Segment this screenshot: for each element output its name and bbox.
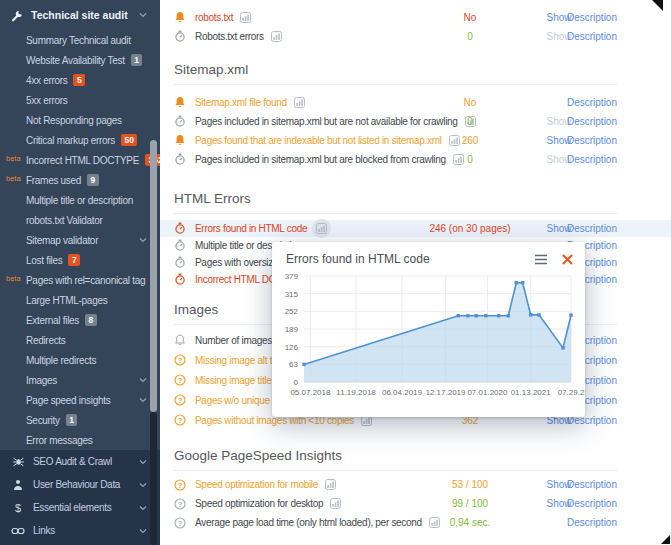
svg-text:?: ? (178, 356, 183, 365)
menu-icon[interactable] (534, 254, 548, 265)
description-link[interactable]: Description (567, 31, 617, 42)
audit-row-label: Average page load time (only html loaded… (195, 517, 422, 528)
audit-row-label: robots.txt (195, 12, 233, 23)
sidebar-item[interactable]: robots.txt Validator (0, 210, 160, 230)
x-tick-label: 07.01.2020 (467, 388, 507, 397)
sidebar-item-label: External files (26, 315, 79, 326)
audit-row-value: 0 (400, 31, 540, 42)
x-tick-label: 05.07.2018 (290, 388, 330, 397)
sidebar-item[interactable]: Lost files7 (0, 250, 160, 270)
description-link[interactable]: Description (567, 517, 617, 528)
timer-icon (174, 115, 187, 128)
count-badge: 8 (85, 314, 97, 326)
sidebar-item-label: Page speed insights (26, 395, 110, 406)
sidebar-item[interactable]: External files8 (0, 310, 160, 330)
count-badge: 9 (87, 174, 99, 186)
beta-badge: beta (6, 174, 21, 183)
x-tick-label: 07.29.2 (558, 388, 585, 397)
sidebar-item[interactable]: 4xx errors5 (0, 70, 160, 90)
svg-text:?: ? (178, 376, 183, 385)
audit-row: Pages included in sitemap.xml but are no… (160, 112, 671, 131)
sidebar-item[interactable]: Sitemap validator (0, 230, 160, 250)
sidebar-item[interactable]: Multiple redirects (0, 350, 160, 370)
section-heading: Google PageSpeed Insights (174, 448, 617, 471)
chart-icon[interactable] (271, 31, 282, 42)
chart-x-axis: 05.07.201811.19.201806.04.201912.17.2019… (304, 386, 571, 400)
chart-icon[interactable] (240, 12, 251, 23)
sidebar-item[interactable]: betaFrames used9 (0, 170, 160, 190)
svg-text:?: ? (178, 480, 183, 489)
y-tick-label: 0 (294, 378, 298, 387)
audit-row-value: 246 (on 30 pages) (400, 223, 540, 234)
description-link[interactable]: Description (567, 498, 617, 509)
audit-row: ?Speed optimization for desktop99 / 100S… (160, 494, 671, 513)
audit-row-value: No (400, 97, 540, 108)
sidebar-group-label: Links (33, 525, 55, 536)
close-icon[interactable] (562, 254, 573, 265)
sidebar-header[interactable]: Technical site audit (0, 0, 160, 30)
description-link[interactable]: Description (567, 479, 617, 490)
sidebar-item-label: Error messages (26, 435, 92, 446)
chevron-down-icon (139, 505, 147, 510)
audit-row-label: Sitemap.xml file found (195, 97, 287, 108)
audit-row: Errors found in HTML code246 (on 30 page… (160, 220, 671, 237)
popup-title: Errors found in HTML code (286, 252, 534, 266)
audit-row-value: 0,94 sec. (400, 517, 540, 528)
sidebar-item[interactable]: Website Availability Test1 (0, 50, 160, 70)
sidebar-item-label: Summary Technical audit (26, 35, 131, 46)
sidebar-item-label: Not Responding pages (26, 115, 122, 126)
beta-badge: beta (6, 274, 21, 283)
sidebar-group-label: User Behaviour Data (33, 479, 120, 490)
cursor-artifact (661, 535, 670, 544)
question-alert-icon: ? (174, 354, 187, 366)
chart-icon[interactable] (325, 479, 336, 490)
sidebar-item-label: Pages with rel=canonical tag (26, 275, 145, 286)
sidebar-item-label: Multiple title or description (26, 195, 133, 206)
description-link[interactable]: Description (567, 97, 617, 108)
sidebar-group-user-behaviour-data[interactable]: User Behaviour Data (0, 473, 160, 496)
sidebar-item[interactable]: Large HTML-pages (0, 290, 160, 310)
audit-row-label: Number of images (195, 335, 272, 346)
svg-text:?: ? (178, 416, 183, 425)
sidebar-item[interactable]: 5xx errors (0, 90, 160, 110)
description-link[interactable]: Description (567, 135, 617, 146)
sidebar-item[interactable]: Security1 (0, 410, 160, 430)
chevron-down-icon (139, 13, 147, 18)
sidebar-scrollbar-track (150, 412, 157, 545)
audit-row-label: Robots.txt errors (195, 31, 264, 42)
sidebar-item[interactable]: Page speed insights (0, 390, 160, 410)
sidebar-item[interactable]: betaPages with rel=canonical tag (0, 270, 160, 290)
sidebar-group-seo-audit-crawl[interactable]: SEO Audit & Crawl (0, 450, 160, 473)
description-link[interactable]: Description (567, 154, 617, 165)
sidebar-item[interactable]: Summary Technical audit (0, 30, 160, 50)
audit-row: Sitemap.xml file foundNoDescription (160, 93, 671, 112)
count-badge: 50 (121, 134, 137, 146)
sidebar-item[interactable]: betaIncorrect HTML DOCTYPE362 (0, 150, 160, 170)
sidebar-scrollbar-thumb[interactable] (150, 140, 157, 412)
sidebar-item-label: Frames used (26, 175, 81, 186)
audit-row: Pages found that are indexable but not l… (160, 131, 671, 150)
sidebar-item-label: Redirects (26, 335, 66, 346)
sidebar-item[interactable]: Multiple title or description (0, 190, 160, 210)
audit-row: Pages included in sitemap.xml but are bl… (160, 150, 671, 169)
sidebar-item[interactable]: Redirects (0, 330, 160, 350)
sidebar-item[interactable]: Not Responding pages (0, 110, 160, 130)
timer-alert-icon (174, 222, 187, 235)
chart-icon[interactable] (312, 219, 331, 238)
sidebar-group-links[interactable]: Links (0, 519, 160, 542)
section-heading: Sitemap.xml (174, 62, 617, 85)
description-link[interactable]: Description (567, 116, 617, 127)
sidebar: Technical site audit Summary Technical a… (0, 0, 160, 545)
description-link[interactable]: Description (567, 12, 617, 23)
chevron-down-icon (139, 378, 147, 383)
sidebar-item[interactable]: Error messages (0, 430, 160, 450)
sidebar-group-essential-elements[interactable]: $Essential elements (0, 496, 160, 519)
sidebar-item[interactable]: Critical markup errors50 (0, 130, 160, 150)
spider-icon (11, 456, 25, 468)
y-tick-label: 189 (285, 325, 298, 334)
chart-icon[interactable] (294, 97, 305, 108)
description-link[interactable]: Description (567, 223, 617, 234)
sidebar-item-label: Security (26, 415, 60, 426)
chart-icon[interactable] (330, 498, 341, 509)
sidebar-item[interactable]: Images (0, 370, 160, 390)
